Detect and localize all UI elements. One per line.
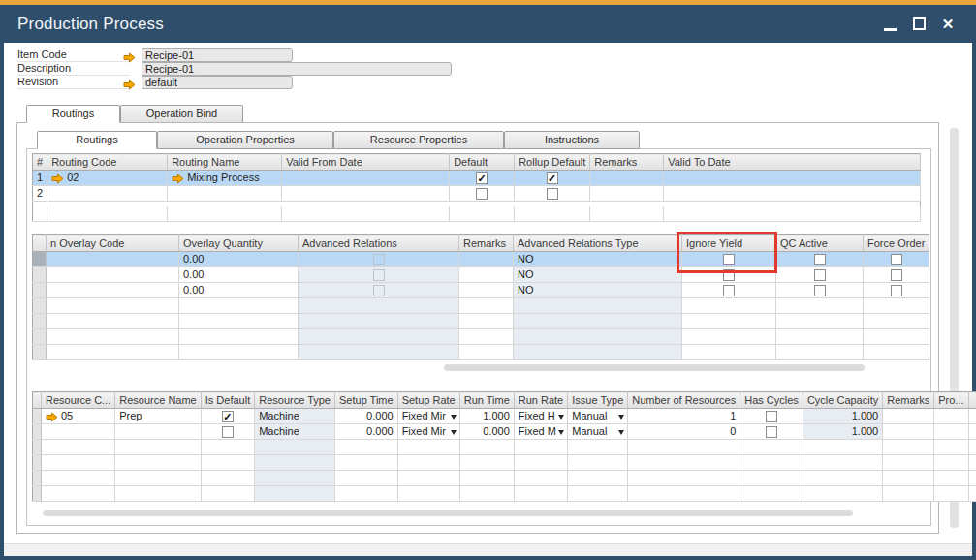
table-row[interactable] bbox=[33, 471, 976, 486]
checkbox[interactable] bbox=[766, 411, 777, 422]
grid-cell[interactable] bbox=[33, 329, 47, 345]
grid-cell[interactable]: Machine bbox=[255, 409, 335, 424]
table-row[interactable]: 05Prep✓Machine0.000Fixed Mir1.000Fixed H… bbox=[33, 409, 976, 424]
grid-cell[interactable] bbox=[740, 471, 803, 486]
grid-cell[interactable] bbox=[514, 298, 682, 314]
grid-cell[interactable] bbox=[282, 206, 450, 222]
grid-cell[interactable] bbox=[682, 345, 776, 360]
grid-cell[interactable] bbox=[201, 424, 254, 440]
grid-cell[interactable] bbox=[968, 455, 976, 471]
grid-cell[interactable] bbox=[47, 298, 179, 314]
grid-cell[interactable] bbox=[168, 186, 282, 202]
grid-cell[interactable]: 0.000 bbox=[335, 424, 398, 440]
grid-cell[interactable] bbox=[397, 486, 459, 502]
grid-cell[interactable] bbox=[255, 455, 335, 471]
grid-cell[interactable] bbox=[335, 486, 398, 502]
grid-cell[interactable] bbox=[864, 298, 929, 314]
grid-cell[interactable] bbox=[740, 409, 803, 424]
grid-cell[interactable] bbox=[864, 329, 929, 345]
grid-cell[interactable]: 02 bbox=[47, 171, 168, 186]
checkbox[interactable] bbox=[814, 269, 826, 281]
grid-cell[interactable]: 0.000 bbox=[335, 409, 398, 424]
grid-cell[interactable] bbox=[450, 186, 515, 202]
grid-cell[interactable]: 05 bbox=[42, 409, 115, 424]
grid-cell[interactable] bbox=[776, 329, 864, 345]
grid-cell[interactable] bbox=[299, 314, 459, 329]
grid-cell[interactable] bbox=[934, 471, 968, 486]
table-row[interactable] bbox=[33, 329, 929, 345]
item-code-input[interactable] bbox=[142, 48, 293, 62]
grid-cell[interactable] bbox=[179, 329, 299, 345]
grid-cell[interactable] bbox=[514, 440, 567, 455]
grid-cell[interactable] bbox=[47, 267, 179, 283]
grid-cell[interactable] bbox=[201, 440, 254, 455]
grid-cell[interactable] bbox=[628, 471, 740, 486]
grid-cell[interactable] bbox=[515, 186, 590, 202]
checkbox[interactable] bbox=[222, 426, 234, 438]
table-row[interactable] bbox=[33, 455, 976, 471]
tab-routings-inner[interactable]: Routings bbox=[37, 131, 157, 149]
grid-cell[interactable] bbox=[33, 314, 47, 329]
maximize-button[interactable] bbox=[904, 10, 933, 39]
grid-cell[interactable] bbox=[33, 283, 47, 298]
grid-cell[interactable] bbox=[42, 440, 115, 455]
grid-cell[interactable] bbox=[934, 455, 968, 471]
grid-cell[interactable] bbox=[883, 471, 934, 486]
description-input[interactable] bbox=[142, 62, 452, 76]
grid-cell[interactable] bbox=[682, 298, 776, 314]
grid-cell[interactable] bbox=[968, 424, 976, 440]
checkbox[interactable] bbox=[723, 285, 735, 296]
link-arrow-icon[interactable] bbox=[51, 173, 64, 184]
grid-cell[interactable] bbox=[255, 440, 335, 455]
grid-cell[interactable] bbox=[628, 486, 740, 502]
grid-cell[interactable] bbox=[42, 424, 115, 440]
grid-cell[interactable] bbox=[864, 267, 929, 283]
grid-cell[interactable] bbox=[803, 440, 882, 455]
grid-cell[interactable] bbox=[864, 283, 929, 298]
grid-cell[interactable] bbox=[776, 298, 864, 314]
grid-cell[interactable] bbox=[255, 471, 335, 486]
grid-cell[interactable]: Prep bbox=[115, 409, 201, 424]
dropdown-arrow-icon[interactable] bbox=[558, 430, 564, 435]
grid-cell[interactable] bbox=[883, 409, 934, 424]
grid-cell[interactable] bbox=[33, 206, 47, 222]
grid-cell[interactable] bbox=[968, 409, 976, 424]
close-button[interactable]: ✕ bbox=[933, 10, 962, 39]
grid-cell[interactable] bbox=[33, 298, 47, 314]
grid-cell[interactable] bbox=[934, 486, 968, 502]
grid-cell[interactable] bbox=[47, 345, 179, 360]
grid-cell[interactable] bbox=[514, 345, 682, 360]
grid-cell[interactable] bbox=[740, 424, 803, 440]
grid-cell[interactable] bbox=[864, 345, 929, 360]
grid-cell[interactable] bbox=[33, 440, 42, 455]
dropdown-arrow-icon[interactable] bbox=[618, 430, 624, 435]
link-arrow-icon[interactable] bbox=[123, 77, 136, 94]
checkbox[interactable] bbox=[547, 188, 558, 200]
grid-cell[interactable] bbox=[282, 186, 450, 202]
grid-cell[interactable] bbox=[590, 171, 664, 186]
titlebar[interactable]: Production Process ✕ bbox=[0, 5, 976, 43]
minimize-button[interactable] bbox=[875, 10, 904, 39]
grid-cell[interactable] bbox=[33, 455, 42, 471]
grid-cell[interactable] bbox=[883, 486, 934, 502]
grid-cell[interactable] bbox=[590, 186, 664, 202]
checkbox-checked[interactable]: ✓ bbox=[547, 172, 558, 184]
grid-cell[interactable] bbox=[33, 486, 42, 502]
grid-cell[interactable] bbox=[33, 267, 47, 283]
table-row[interactable] bbox=[33, 345, 929, 360]
checkbox-checked[interactable]: ✓ bbox=[222, 411, 234, 422]
grid-cell[interactable]: NO bbox=[514, 283, 682, 298]
grid-cell[interactable] bbox=[168, 206, 282, 222]
grid-cell[interactable]: ✓ bbox=[201, 409, 254, 424]
grid-cell[interactable] bbox=[682, 314, 776, 329]
grid-cell[interactable]: 0 bbox=[628, 424, 740, 440]
grid-cell[interactable] bbox=[514, 329, 682, 345]
dropdown-arrow-icon[interactable] bbox=[451, 430, 457, 435]
grid-cell[interactable]: ✓ bbox=[515, 171, 590, 186]
checkbox[interactable] bbox=[891, 269, 902, 281]
grid-cell[interactable]: ✓ bbox=[450, 171, 515, 186]
grid-cell[interactable] bbox=[115, 424, 201, 440]
grid-cell[interactable]: 1 bbox=[33, 171, 47, 186]
grid-cell[interactable] bbox=[740, 486, 803, 502]
link-arrow-icon[interactable] bbox=[46, 412, 58, 422]
